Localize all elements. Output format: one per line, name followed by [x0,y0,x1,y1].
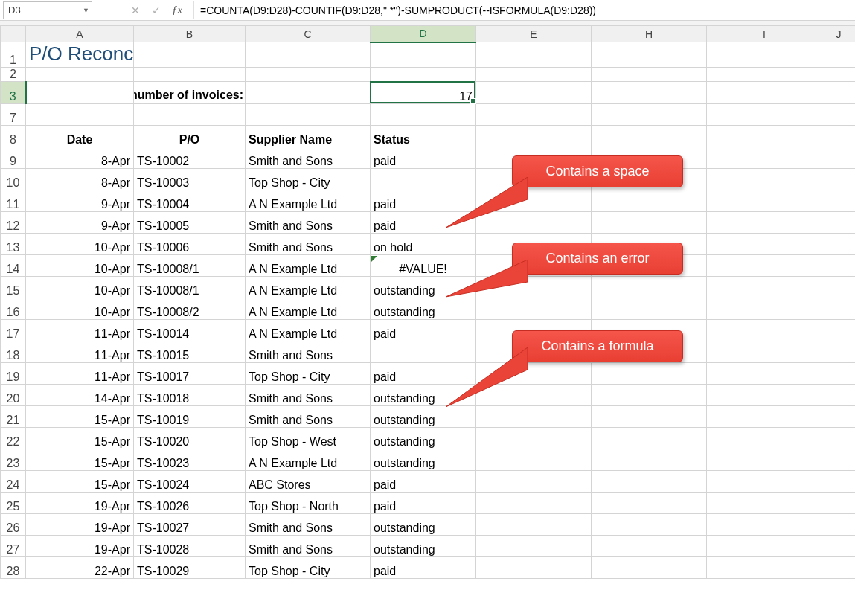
cell[interactable] [707,363,822,385]
cell[interactable]: TS-10023 [134,449,246,471]
cell[interactable]: A N Example Ltd [246,255,371,277]
cell[interactable] [371,68,476,82]
cell[interactable] [822,212,856,234]
column-header[interactable]: H [592,26,707,42]
cell[interactable] [592,104,707,126]
cell[interactable]: TS-10027 [134,514,246,536]
cell[interactable] [592,514,707,536]
cell[interactable] [592,557,707,579]
cell[interactable] [476,493,592,514]
cell[interactable]: TS-10008/2 [134,298,246,320]
cell[interactable]: Top Shop - City [246,557,371,579]
select-all-corner[interactable] [1,26,26,42]
cell[interactable] [476,536,592,557]
cell[interactable] [476,126,592,147]
cell[interactable]: outstanding [371,449,476,471]
row-header[interactable]: 16 [1,298,26,320]
cell[interactable] [26,68,134,82]
cell[interactable] [592,449,707,471]
cell[interactable]: 10-Apr [26,234,134,255]
cell[interactable] [476,449,592,471]
cell[interactable] [822,493,856,514]
cell[interactable]: TS-10004 [134,190,246,212]
cell[interactable] [134,42,246,68]
cell[interactable] [476,557,592,579]
cell[interactable]: Smith and Sons [246,385,371,406]
cell[interactable] [822,536,856,557]
cell[interactable] [592,68,707,82]
cell[interactable]: Top Shop - City [246,363,371,385]
cell[interactable]: 11-Apr [26,320,134,341]
cell[interactable]: 11-Apr [26,341,134,363]
cell[interactable]: 8-Apr [26,147,134,169]
cell[interactable] [707,428,822,449]
row-header[interactable]: 24 [1,471,26,493]
column-header[interactable]: C [246,26,371,42]
cell[interactable] [592,493,707,514]
cell[interactable] [476,68,592,82]
cell[interactable]: TS-10017 [134,363,246,385]
cell[interactable] [371,104,476,126]
cell[interactable]: Smith and Sons [246,406,371,428]
fx-icon[interactable]: ƒx [167,1,188,19]
cell[interactable] [592,82,707,104]
cell[interactable] [707,68,822,82]
cell[interactable] [246,104,371,126]
cell[interactable]: A N Example Ltd [246,320,371,341]
cell[interactable] [134,68,246,82]
cell[interactable] [707,320,822,341]
cell[interactable] [476,82,592,104]
cell[interactable]: Smith and Sons [246,147,371,169]
cell[interactable]: Top Shop - City [246,169,371,190]
row-header[interactable]: 25 [1,493,26,514]
cell[interactable]: Date [26,126,134,147]
cell[interactable] [246,68,371,82]
cell[interactable] [822,449,856,471]
cell[interactable]: paid [371,320,476,341]
cell[interactable]: Smith and Sons [246,514,371,536]
row-header[interactable]: 3 [1,82,26,104]
cell[interactable] [476,104,592,126]
row-header[interactable]: 13 [1,234,26,255]
cell[interactable] [592,126,707,147]
row-header[interactable]: 12 [1,212,26,234]
cell[interactable] [476,471,592,493]
cell[interactable] [707,493,822,514]
cell[interactable] [476,428,592,449]
cell[interactable] [707,471,822,493]
cell[interactable]: paid [371,557,476,579]
cell[interactable]: TS-10028 [134,536,246,557]
cell[interactable]: 15-Apr [26,471,134,493]
cell[interactable]: paid [371,493,476,514]
cell[interactable] [822,169,856,190]
cell[interactable] [707,557,822,579]
column-header[interactable]: D [371,26,476,42]
cell[interactable] [822,82,856,104]
row-header[interactable]: 7 [1,104,26,126]
cell[interactable]: Status [371,126,476,147]
cell[interactable] [592,536,707,557]
cell[interactable]: TS-10026 [134,493,246,514]
cell[interactable]: 9-Apr [26,190,134,212]
cell[interactable] [707,42,822,68]
cell[interactable]: Supplier Name [246,126,371,147]
cell[interactable] [822,298,856,320]
cell[interactable] [476,42,592,68]
row-header[interactable]: 28 [1,557,26,579]
cell[interactable] [707,126,822,147]
cell[interactable] [592,406,707,428]
cell[interactable]: Smith and Sons [246,341,371,363]
cell[interactable] [822,471,856,493]
cell[interactable] [707,385,822,406]
cell[interactable] [707,406,822,428]
cell[interactable]: Smith and Sons [246,536,371,557]
cell[interactable]: TS-10015 [134,341,246,363]
row-header[interactable]: 15 [1,277,26,298]
cell[interactable] [822,557,856,579]
cell[interactable]: TS-10019 [134,406,246,428]
worksheet[interactable]: ABCDEHIJ 1P/O Reconciliation23Total numb… [0,25,855,579]
cell[interactable] [707,190,822,212]
cell[interactable] [246,82,371,104]
cell[interactable] [822,190,856,212]
cell[interactable] [822,104,856,126]
